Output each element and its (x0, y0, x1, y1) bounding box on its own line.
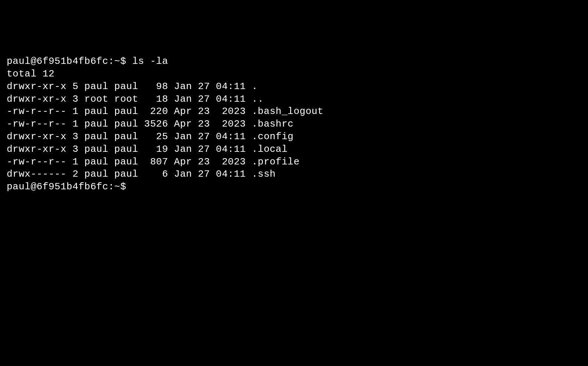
command-text: ls -la (132, 56, 168, 67)
shell-prompt: paul@6f951b4fb6fc:~$ (7, 181, 132, 192)
terminal-output[interactable]: paul@6f951b4fb6fc:~$ ls -la total 12 drw… (7, 55, 581, 193)
file-listing: drwxr-xr-x 5 paul paul 98 Jan 27 04:11 .… (7, 81, 581, 181)
shell-prompt: paul@6f951b4fb6fc:~$ (7, 56, 132, 67)
total-line: total 12 (7, 68, 55, 79)
cursor[interactable] (132, 181, 138, 192)
